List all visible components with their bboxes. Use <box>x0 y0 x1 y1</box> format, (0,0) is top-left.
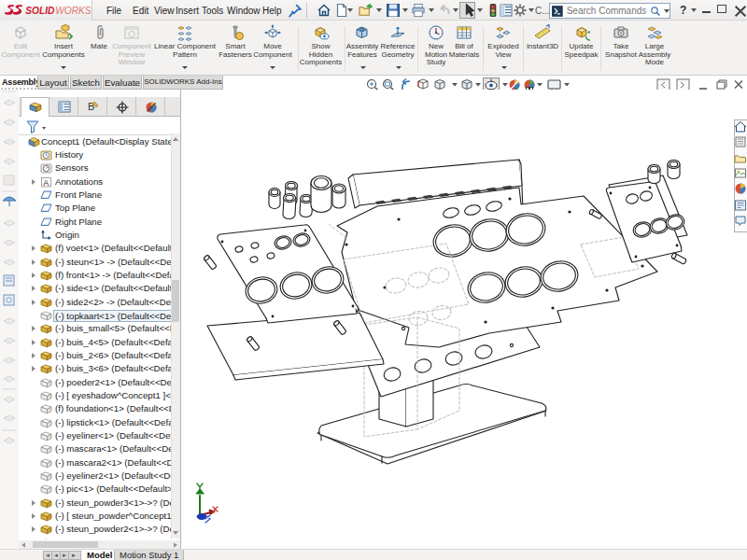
svg-text:A: A <box>43 178 49 188</box>
